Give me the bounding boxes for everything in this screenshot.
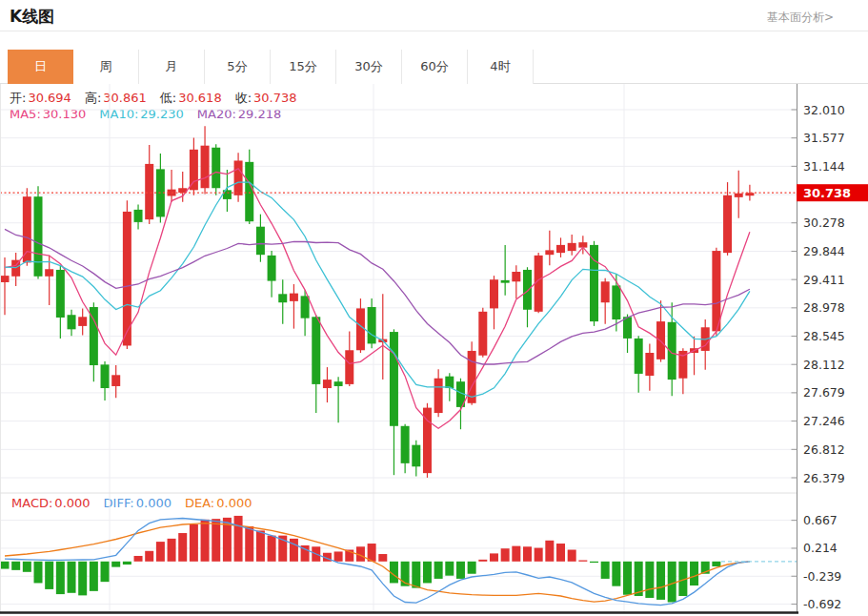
axis-label: 28.545 bbox=[803, 329, 845, 343]
tab-60min[interactable]: 60分 bbox=[402, 50, 468, 84]
candle-body bbox=[56, 270, 65, 318]
candle-body bbox=[334, 381, 343, 386]
axis-label: 29.411 bbox=[803, 273, 845, 287]
macd-bar bbox=[590, 562, 598, 563]
tab-5min[interactable]: 5分 bbox=[205, 50, 271, 84]
macd-bar bbox=[623, 562, 632, 595]
candle-body bbox=[445, 377, 454, 388]
macd-bar bbox=[523, 546, 532, 562]
macd-bar bbox=[578, 561, 587, 562]
candle-body bbox=[212, 148, 220, 189]
macd-bar bbox=[1, 562, 10, 569]
macd-bar bbox=[290, 539, 298, 562]
macd-bar bbox=[190, 524, 198, 562]
macd-bar bbox=[168, 539, 176, 562]
candle-body bbox=[245, 162, 253, 221]
axis-label: 27.246 bbox=[803, 414, 845, 428]
candle-body bbox=[390, 332, 398, 426]
macd-bar bbox=[556, 544, 565, 562]
macd-bar bbox=[456, 562, 465, 579]
tab-day[interactable]: 日 bbox=[8, 50, 73, 84]
macd-bar bbox=[156, 542, 165, 562]
macd-bar bbox=[56, 562, 65, 594]
candle-body bbox=[278, 294, 287, 302]
candle-body bbox=[712, 251, 720, 331]
macd-bar bbox=[601, 562, 610, 579]
axis-label: -0.692 bbox=[803, 597, 841, 611]
macd-bar bbox=[501, 548, 510, 562]
axis-label: 29.844 bbox=[803, 244, 845, 258]
candle-body bbox=[68, 315, 76, 329]
candle-body bbox=[45, 269, 53, 277]
macd-bar bbox=[535, 548, 543, 562]
macd-bar bbox=[656, 562, 665, 600]
macd-bar bbox=[178, 533, 187, 562]
candle-body bbox=[145, 164, 153, 219]
macd-bar bbox=[11, 562, 20, 570]
macd-bar bbox=[568, 550, 576, 562]
axis-label: 26.379 bbox=[803, 471, 845, 485]
candle-body bbox=[656, 321, 665, 359]
candle-body bbox=[401, 426, 410, 463]
macd-bar bbox=[68, 562, 76, 593]
axis-label: 31.144 bbox=[803, 159, 845, 174]
candle-body bbox=[345, 350, 353, 384]
axis-label: 28.978 bbox=[803, 300, 845, 315]
axis-label: 28.112 bbox=[803, 358, 845, 372]
macd-bar bbox=[201, 520, 210, 562]
candle-body bbox=[735, 194, 743, 197]
candle-body bbox=[234, 160, 243, 195]
candle-body bbox=[523, 270, 532, 310]
candle-body bbox=[623, 317, 632, 339]
candle-body bbox=[290, 294, 298, 301]
axis-label: 32.010 bbox=[803, 103, 845, 117]
macd-bar bbox=[468, 562, 476, 574]
macd-bar bbox=[545, 541, 554, 562]
tab-15min[interactable]: 15分 bbox=[271, 50, 336, 84]
axis-label: 27.679 bbox=[803, 385, 845, 400]
candle-body bbox=[111, 375, 120, 386]
candle-body bbox=[312, 317, 320, 384]
macd-bar bbox=[90, 562, 98, 591]
candle-body bbox=[723, 195, 732, 253]
macd-bar bbox=[212, 519, 220, 562]
tab-week[interactable]: 周 bbox=[73, 50, 139, 84]
candle-body bbox=[490, 279, 498, 308]
macd-bar bbox=[78, 562, 87, 596]
interval-tabbar: 日周月5分15分30分60分4时 bbox=[0, 50, 868, 84]
candle-body bbox=[78, 317, 87, 326]
macd-bar bbox=[145, 551, 153, 562]
candle-body bbox=[434, 379, 443, 413]
tab-30min[interactable]: 30分 bbox=[336, 50, 402, 84]
fundamental-analysis-link[interactable]: 基本面分析> bbox=[767, 10, 834, 26]
axis-label: 0.667 bbox=[803, 513, 838, 527]
macd-bar bbox=[34, 562, 43, 584]
macd-bar bbox=[412, 562, 420, 588]
macd-bar bbox=[234, 516, 243, 562]
kline-chart[interactable]: 32.01031.57731.14430.27829.84429.41128.9… bbox=[0, 84, 868, 616]
macd-bar bbox=[101, 562, 110, 582]
page-title: K线图 bbox=[10, 6, 54, 28]
tab-month[interactable]: 月 bbox=[139, 50, 205, 84]
candle-body bbox=[556, 245, 565, 253]
tab-4hour[interactable]: 4时 bbox=[468, 50, 534, 84]
axis-label: 0.214 bbox=[803, 541, 838, 555]
candle-body bbox=[612, 285, 620, 319]
candle-body bbox=[301, 296, 310, 318]
macd-bar bbox=[268, 536, 276, 562]
candle-body bbox=[512, 272, 520, 281]
macd-bar bbox=[668, 562, 676, 603]
candle-body bbox=[501, 280, 510, 283]
axis-label: 31.577 bbox=[803, 131, 845, 145]
macd-bar bbox=[512, 546, 520, 562]
macd-bar bbox=[123, 562, 131, 565]
candle-body bbox=[256, 227, 265, 255]
candle-body bbox=[34, 196, 43, 277]
candle-body bbox=[134, 210, 143, 222]
candle-body bbox=[1, 276, 10, 282]
candle-body bbox=[201, 146, 210, 189]
macd-bar bbox=[23, 562, 31, 572]
candle-body bbox=[356, 308, 365, 350]
candle-body bbox=[23, 196, 31, 262]
candle-body bbox=[645, 353, 654, 376]
